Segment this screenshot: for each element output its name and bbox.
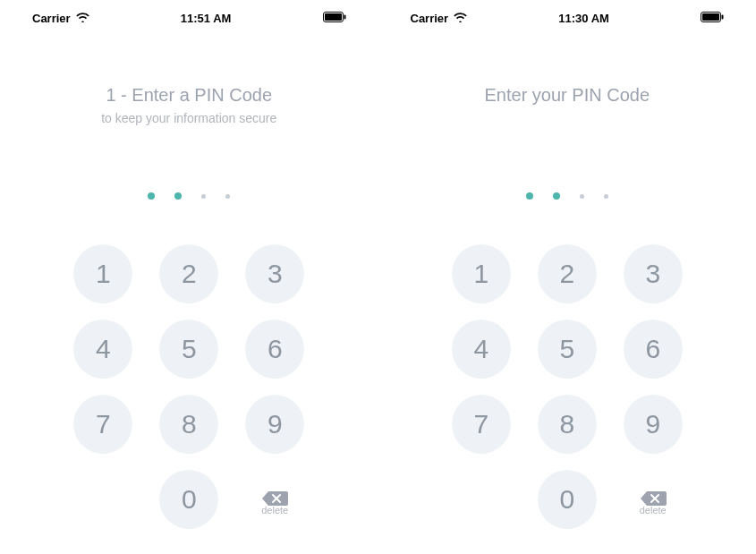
keypad: 1 2 3 4 5 6 7 8 9 0 delete [452, 244, 683, 529]
status-time: 11:51 AM [181, 12, 232, 25]
svg-rect-4 [702, 13, 719, 21]
pin-dot-2 [553, 192, 560, 200]
backspace-icon [640, 483, 667, 501]
battery-icon [323, 12, 346, 25]
key-5[interactable]: 5 [159, 320, 218, 379]
header-area: 1 - Enter a PIN Code to keep your inform… [101, 85, 276, 139]
key-6[interactable]: 6 [624, 320, 683, 379]
key-1[interactable]: 1 [73, 244, 132, 303]
pin-dot-3 [201, 194, 206, 199]
pin-dot-2 [174, 192, 182, 200]
key-9[interactable]: 9 [245, 395, 304, 454]
keypad: 1 2 3 4 5 6 7 8 9 0 delete [73, 244, 304, 529]
key-4[interactable]: 4 [452, 320, 511, 379]
carrier-label: Carrier [411, 12, 449, 25]
pin-dots [148, 192, 230, 200]
battery-icon [701, 12, 724, 25]
carrier-label: Carrier [32, 12, 71, 25]
key-delete[interactable]: delete [624, 470, 683, 529]
svg-rect-2 [344, 14, 345, 19]
key-8[interactable]: 8 [159, 395, 218, 454]
key-empty [73, 470, 132, 529]
key-5[interactable]: 5 [538, 320, 597, 379]
pin-title: 1 - Enter a PIN Code [106, 85, 272, 106]
key-2[interactable]: 2 [159, 244, 218, 303]
backspace-icon [261, 483, 288, 501]
key-delete[interactable]: delete [245, 470, 304, 529]
key-1[interactable]: 1 [452, 244, 511, 303]
key-3[interactable]: 3 [624, 244, 683, 303]
key-7[interactable]: 7 [73, 395, 132, 454]
pin-dots [526, 192, 608, 200]
key-empty [452, 470, 511, 529]
pin-dot-3 [580, 194, 584, 199]
key-7[interactable]: 7 [452, 395, 511, 454]
pin-dot-1 [148, 192, 155, 200]
status-time: 11:30 AM [558, 12, 609, 25]
key-0[interactable]: 0 [159, 470, 218, 529]
status-left: Carrier [32, 12, 89, 25]
svg-rect-5 [722, 14, 724, 19]
key-8[interactable]: 8 [538, 395, 597, 454]
pin-dot-4 [225, 194, 230, 199]
screen-create-pin: Carrier 11:51 AM 1 - Enter a PIN Code to… [0, 0, 378, 554]
screen-enter-pin: Carrier 11:30 AM Enter your PIN Code 1 2… [378, 0, 757, 554]
wifi-icon [76, 12, 89, 25]
status-bar: Carrier 11:51 AM [0, 0, 378, 36]
status-left: Carrier [411, 12, 468, 25]
header-area: Enter your PIN Code [484, 85, 650, 139]
key-6[interactable]: 6 [245, 320, 304, 379]
key-2[interactable]: 2 [538, 244, 597, 303]
pin-dot-1 [526, 192, 533, 200]
key-4[interactable]: 4 [73, 320, 132, 379]
wifi-icon [454, 12, 467, 25]
status-right [323, 12, 346, 25]
key-3[interactable]: 3 [245, 244, 304, 303]
pin-dot-4 [604, 194, 608, 199]
svg-rect-1 [325, 13, 342, 21]
pin-title: Enter your PIN Code [484, 85, 650, 106]
status-bar: Carrier 11:30 AM [378, 0, 757, 36]
pin-subtitle: to keep your information secure [101, 111, 276, 125]
key-9[interactable]: 9 [624, 395, 683, 454]
status-right [701, 12, 724, 25]
key-0[interactable]: 0 [538, 470, 597, 529]
